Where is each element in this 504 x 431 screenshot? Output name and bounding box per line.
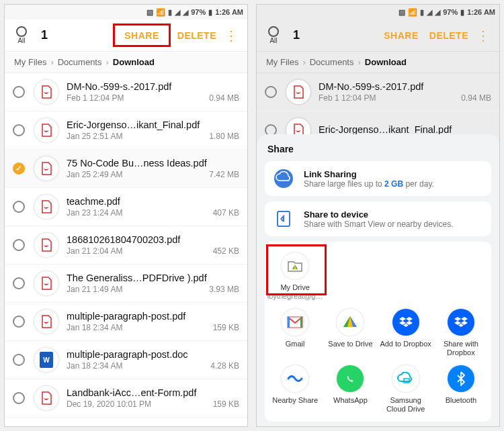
share-target-nearby[interactable]: Nearby Share xyxy=(267,361,323,418)
svg-point-21 xyxy=(344,373,356,385)
phone-right: ▧ 📶 ▮ ◢ ◢ 97% ▮ 1:26 AM All 1 SHARE DELE… xyxy=(256,4,500,427)
cloud-link-icon xyxy=(273,168,294,189)
share-bottom-sheet[interactable]: Share Link Sharing Share large files up … xyxy=(257,134,499,426)
select-circle-icon[interactable] xyxy=(265,86,277,98)
gmail-icon xyxy=(282,309,308,336)
file-row[interactable]: Wmultiple-paragraph-post.docJan 18 2:34 … xyxy=(5,341,247,379)
file-date: Dec 19, 2020 10:01 PM xyxy=(67,399,151,409)
link-sharing-card[interactable]: Link Sharing Share large files up to 2 G… xyxy=(265,161,491,196)
crumb-documents[interactable]: Documents xyxy=(58,57,102,67)
select-circle-icon[interactable] xyxy=(13,392,25,404)
app-bar: All 1 SHARE DELETE ⋮ xyxy=(5,19,247,52)
select-circle-icon[interactable] xyxy=(13,239,25,251)
share-target-samsung-cloud[interactable]: Samsung Cloud Drive xyxy=(378,361,433,418)
svg-marker-11 xyxy=(399,317,406,321)
share-target-label: Samsung Cloud Drive xyxy=(380,396,432,414)
dropbox-icon xyxy=(448,309,474,336)
file-row[interactable]: multiple-paragraph-post.pdfJan 18 2:34 A… xyxy=(5,303,247,341)
file-row[interactable]: DM-No.-599-s.-2017.pdfFeb 1 12:04 PM0.94… xyxy=(257,73,499,111)
file-name: multiple-paragraph-post.doc xyxy=(67,349,239,360)
file-row[interactable]: The Generaliss…PDFDrive ).pdfJan 21 1:49… xyxy=(5,265,247,303)
battery-text: 97% xyxy=(191,8,206,16)
select-circle-icon[interactable] xyxy=(13,86,25,98)
select-circle-icon[interactable] xyxy=(13,277,25,289)
selected-count: 1 xyxy=(41,28,48,42)
file-name: Eric-Jorgenso…ikant_Final.pdf xyxy=(319,124,491,135)
share-target-my-drive[interactable]: My Drive loythegreat@g… xyxy=(267,248,323,305)
select-circle-icon[interactable] xyxy=(13,354,25,366)
battery-text: 97% xyxy=(443,8,458,16)
select-all-toggle[interactable]: All xyxy=(263,26,284,44)
pdf-file-icon xyxy=(34,233,58,257)
select-circle-icon[interactable]: ✓ xyxy=(13,162,25,175)
file-date: Jan 18 2:34 AM xyxy=(67,361,122,371)
svg-rect-7 xyxy=(300,317,302,328)
more-menu-button[interactable]: ⋮ xyxy=(474,28,493,44)
select-all-circle-icon xyxy=(16,26,27,37)
clock-text: 1:26 AM xyxy=(215,8,243,16)
app-bar: All 1 SHARE DELETE ⋮ xyxy=(257,19,499,52)
share-target-share-dropbox[interactable]: Share with Dropbox xyxy=(433,305,489,361)
file-row[interactable]: 186810261804700203.pdfJan 21 2:04 AM452 … xyxy=(5,226,247,265)
share-target-label: Add to Dropbox xyxy=(380,340,431,357)
more-menu-button[interactable]: ⋮ xyxy=(222,28,241,44)
file-row[interactable]: ✓75 No-Code Bu…ness Ideas.pdfJan 25 2:49… xyxy=(5,150,247,188)
file-name: teachme.pdf xyxy=(67,196,239,207)
whatsapp-icon xyxy=(337,365,364,392)
file-name: multiple-paragraph-post.pdf xyxy=(67,311,239,322)
pdf-file-icon xyxy=(286,80,310,104)
file-size: 159 KB xyxy=(213,323,239,332)
highlight-share: SHARE xyxy=(113,23,171,47)
select-all-toggle[interactable]: All xyxy=(11,26,32,44)
share-sheet-title: Share xyxy=(265,144,491,154)
share-button[interactable]: SHARE xyxy=(119,28,165,44)
signal-icon: ◢ xyxy=(427,8,432,17)
crumb-download[interactable]: Download xyxy=(365,57,407,67)
share-to-device-card[interactable]: Share to device Share with Smart View or… xyxy=(265,201,491,236)
select-circle-icon[interactable] xyxy=(13,201,25,213)
share-target-label: Gmail xyxy=(286,340,305,357)
select-circle-icon[interactable] xyxy=(13,316,25,328)
highlight-my-drive xyxy=(266,244,327,295)
file-list[interactable]: DM-No.-599-s.-2017.pdfFeb 1 12:04 PM0.94… xyxy=(5,73,247,426)
share-target-gmail[interactable]: Gmail xyxy=(267,305,323,361)
pdf-file-icon xyxy=(34,80,58,104)
file-row[interactable]: DM-No.-599-s.-2017.pdfFeb 1 12:04 PM0.94… xyxy=(5,73,247,111)
crumb-myfiles[interactable]: My Files xyxy=(266,57,298,67)
share-button[interactable]: SHARE xyxy=(378,28,424,44)
share-target-add-dropbox[interactable]: Add to Dropbox xyxy=(378,305,433,361)
share-target-save-to-drive[interactable]: Save to Drive xyxy=(323,305,378,361)
file-name: 75 No-Code Bu…ness Ideas.pdf xyxy=(67,158,239,169)
delete-button[interactable]: DELETE xyxy=(172,28,222,44)
selected-count: 1 xyxy=(293,28,300,42)
phone-left: ▧ 📶 ▮ ◢ ◢ 97% ▮ 1:26 AM All 1 SHARE DELE… xyxy=(4,4,248,427)
pdf-file-icon xyxy=(34,118,58,142)
file-name: The Generaliss…PDFDrive ).pdf xyxy=(67,273,239,283)
cast-icon: ▧ xyxy=(146,8,153,17)
signal2-icon: ◢ xyxy=(435,8,440,17)
file-name: Landbank-iAcc…ent-Form.pdf xyxy=(67,387,239,398)
share-target-label: Bluetooth xyxy=(446,396,476,414)
file-size: 0.94 MB xyxy=(209,93,239,103)
share-device-icon xyxy=(273,208,294,230)
file-size: 7.42 MB xyxy=(209,170,239,179)
pdf-file-icon xyxy=(34,271,58,295)
file-date: Feb 1 12:04 PM xyxy=(319,93,376,103)
select-all-circle-icon xyxy=(268,26,279,37)
delete-button[interactable]: DELETE xyxy=(424,28,474,44)
share-target-bluetooth[interactable]: Bluetooth xyxy=(433,361,489,418)
file-row[interactable]: Landbank-iAcc…ent-Form.pdfDec 19, 2020 1… xyxy=(5,379,247,418)
sim2-icon: ▮ xyxy=(420,8,424,17)
crumb-download[interactable]: Download xyxy=(113,57,155,67)
share-target-whatsapp[interactable]: WhatsApp xyxy=(323,361,378,418)
share-targets-row-1: My Drive loythegreat@g… xyxy=(267,248,489,305)
file-row[interactable]: teachme.pdfJan 23 1:24 AM407 KB xyxy=(5,188,247,226)
file-date: Jan 18 2:34 AM xyxy=(67,323,122,332)
crumb-myfiles[interactable]: My Files xyxy=(14,57,46,67)
file-row[interactable]: Eric-Jorgenso…ikant_Final.pdfJan 25 2:51… xyxy=(5,111,247,150)
share-targets-row-3: Nearby Share WhatsApp Samsung Cloud Driv… xyxy=(267,361,489,418)
select-circle-icon[interactable] xyxy=(13,124,25,136)
select-all-label: All xyxy=(269,37,277,44)
pdf-file-icon xyxy=(34,156,58,181)
crumb-documents[interactable]: Documents xyxy=(310,57,354,67)
